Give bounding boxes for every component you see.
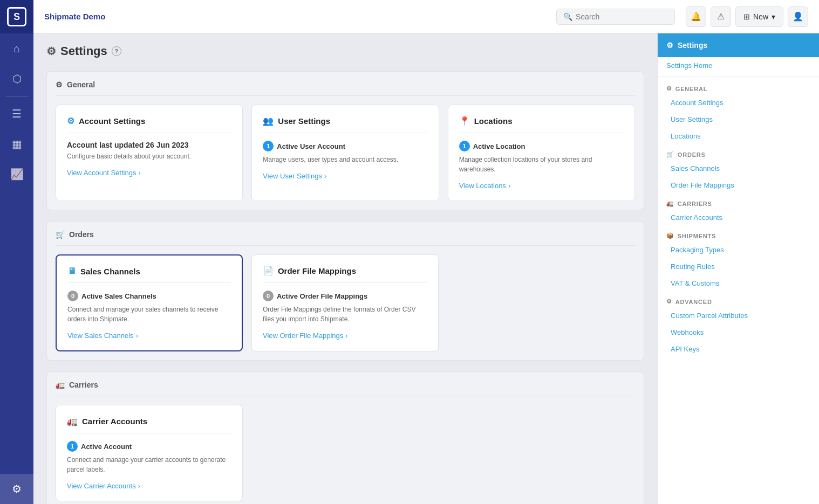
account-settings-desc: Configure basic details about your accou… (67, 151, 231, 161)
home-icon: ⌂ (13, 43, 20, 55)
view-order-file-mappings-link[interactable]: View Order File Mappings › (263, 332, 427, 340)
orders-section-icon: 🛒 (56, 230, 65, 239)
sidebar-header-title: Settings (678, 41, 707, 50)
nav-users[interactable]: ☰ (0, 99, 33, 129)
account-settings-card[interactable]: ⚙ Account Settings Account last updated … (56, 105, 243, 201)
sidebar-shipments-label: 📦 SHIPMENTS (658, 226, 819, 241)
search-icon: 🔍 (563, 12, 572, 21)
sidebar-general-label: ⚙ GENERAL (658, 79, 819, 94)
sidebar-user-settings-link[interactable]: User Settings (658, 111, 819, 128)
view-locations-link[interactable]: View Locations › (459, 182, 624, 190)
sidebar-webhooks-link[interactable]: Webhooks (658, 324, 819, 341)
orders-section-label: Orders (69, 230, 94, 239)
content-wrapper: ⚙ Settings ? ⚙ General ⚙ Account Setting… (33, 33, 819, 504)
user-icon: 👤 (793, 11, 803, 22)
chevron-right-icon: › (138, 482, 140, 490)
user-settings-card[interactable]: 👥 User Settings 1 Active User Account Ma… (251, 105, 439, 201)
sidebar-order-file-mappings-link[interactable]: Order File Mappings (658, 177, 819, 194)
locations-stat: 1 Active Location (459, 141, 624, 151)
logo[interactable]: S (0, 0, 33, 33)
carrier-accounts-card[interactable]: 🚛 Carrier Accounts 1 Active Account Conn… (56, 405, 243, 501)
sales-channels-desc: Connect and manage your sales channels t… (67, 305, 231, 324)
nav-barcode[interactable]: ▦ (0, 129, 33, 159)
carrier-accounts-desc: Connect and manage your carrier accounts… (67, 455, 231, 474)
carriers-section: 🚛 Carriers 🚛 Carrier Accounts 1 Active A… (46, 371, 644, 504)
chevron-right-icon: › (138, 169, 140, 177)
general-section-label: General (67, 80, 95, 89)
app-title: Shipmate Demo (44, 12, 105, 21)
sidebar-account-settings-link[interactable]: Account Settings (658, 94, 819, 111)
nav-home[interactable]: ⌂ (0, 33, 33, 64)
carriers-section-icon: 🚛 (56, 381, 65, 389)
logo-icon: S (7, 7, 26, 26)
locations-card[interactable]: 📍 Locations 1 Active Location Manage col… (448, 105, 635, 201)
carrier-accounts-card-title: 🚛 Carrier Accounts (67, 416, 231, 433)
search-box[interactable]: 🔍 (556, 9, 675, 25)
order-file-mappings-stat: 0 Active Order File Mappings (263, 291, 427, 301)
sidebar-settings-home-link[interactable]: Settings Home (658, 57, 819, 77)
chevron-right-icon: › (136, 332, 138, 340)
sidebar-carriers-label: 🚛 CARRIERS (658, 194, 819, 209)
view-carrier-accounts-link[interactable]: View Carrier Accounts › (67, 482, 231, 490)
help-icon[interactable]: ? (112, 46, 121, 56)
sidebar-advanced-label: ⚙ ADVANCED (658, 292, 819, 307)
chevron-right-icon: › (324, 172, 326, 180)
view-user-settings-link[interactable]: View User Settings › (263, 172, 427, 180)
sales-channels-stat: 0 Active Sales Channels (67, 291, 231, 301)
settings-icon: ⚙ (12, 482, 22, 495)
nav-settings[interactable]: ⚙ (0, 474, 33, 504)
carrier-accounts-icon: 🚛 (67, 416, 78, 426)
stat-badge-sales: 0 (67, 291, 78, 301)
nav-divider (6, 96, 28, 96)
user-profile-button[interactable]: 👤 (788, 6, 808, 27)
stat-badge-carrier: 1 (67, 441, 78, 452)
account-settings-icon: ⚙ (67, 116, 74, 126)
analytics-icon: 📈 (10, 168, 24, 181)
new-button[interactable]: ⊞ New ▾ (735, 6, 783, 27)
locations-card-title: 📍 Locations (459, 116, 624, 133)
general-cards-row: ⚙ Account Settings Account last updated … (56, 105, 635, 201)
sidebar-vat-customs-link[interactable]: VAT & Customs (658, 275, 819, 292)
carriers-section-label: Carriers (69, 381, 98, 389)
main-area: Shipmate Demo 🔍 🔔 ⚠ ⊞ New ▾ 👤 ⚙ Settings… (33, 0, 819, 504)
chevron-down-icon: ▾ (772, 12, 775, 21)
nav-analytics[interactable]: 📈 (0, 159, 33, 189)
page-title-area: ⚙ Settings ? (46, 44, 644, 58)
order-file-mappings-card[interactable]: 📄 Order File Mappings 0 Active Order Fil… (251, 254, 439, 351)
sidebar-carrier-accounts-link[interactable]: Carrier Accounts (658, 209, 819, 226)
orders-cards-row: 🖥 Sales Channels 0 Active Sales Channels… (56, 254, 635, 351)
user-settings-card-title: 👥 User Settings (263, 116, 427, 133)
locations-desc: Manage collection locations of your stor… (459, 155, 624, 174)
general-section-header: ⚙ General (56, 80, 635, 96)
view-account-settings-link[interactable]: View Account Settings › (67, 169, 231, 177)
sidebar-sales-channels-link[interactable]: Sales Channels (658, 160, 819, 177)
notifications-button[interactable]: 🔔 (686, 6, 706, 27)
sidebar-shipments-icon: 📦 (666, 232, 674, 239)
users-icon: ☰ (12, 107, 22, 120)
sales-channels-card-title: 🖥 Sales Channels (67, 266, 231, 283)
user-settings-icon: 👥 (263, 116, 274, 126)
alerts-button[interactable]: ⚠ (711, 6, 731, 27)
page-title: Settings (60, 44, 107, 58)
sidebar-locations-link[interactable]: Locations (658, 128, 819, 144)
sidebar-custom-parcel-attributes-link[interactable]: Custom Parcel Attributes (658, 307, 819, 324)
search-input[interactable] (576, 12, 668, 21)
nav-bottom: ⚙ (0, 474, 33, 504)
stat-badge-mappings: 0 (263, 291, 274, 301)
carrier-accounts-stat: 1 Active Account (67, 441, 231, 452)
general-section: ⚙ General ⚙ Account Settings Account las… (46, 71, 644, 210)
package-icon: ⬡ (12, 72, 22, 85)
sidebar-routing-rules-link[interactable]: Routing Rules (658, 258, 819, 275)
view-sales-channels-link[interactable]: View Sales Channels › (67, 332, 231, 340)
sidebar-api-keys-link[interactable]: API Keys (658, 341, 819, 357)
sidebar-packaging-types-link[interactable]: Packaging Types (658, 241, 819, 258)
sidebar-carriers-icon: 🚛 (666, 200, 674, 207)
locations-icon: 📍 (459, 116, 470, 126)
account-settings-card-title: ⚙ Account Settings (67, 116, 231, 133)
right-sidebar: ⚙ Settings Settings Home ⚙ GENERAL Accou… (657, 33, 819, 504)
orders-section-header: 🛒 Orders (56, 230, 635, 246)
sidebar-header: ⚙ Settings (658, 33, 819, 57)
sales-channels-card[interactable]: 🖥 Sales Channels 0 Active Sales Channels… (56, 254, 243, 351)
nav-packages[interactable]: ⬡ (0, 64, 33, 94)
sidebar-orders-icon: 🛒 (666, 151, 674, 158)
